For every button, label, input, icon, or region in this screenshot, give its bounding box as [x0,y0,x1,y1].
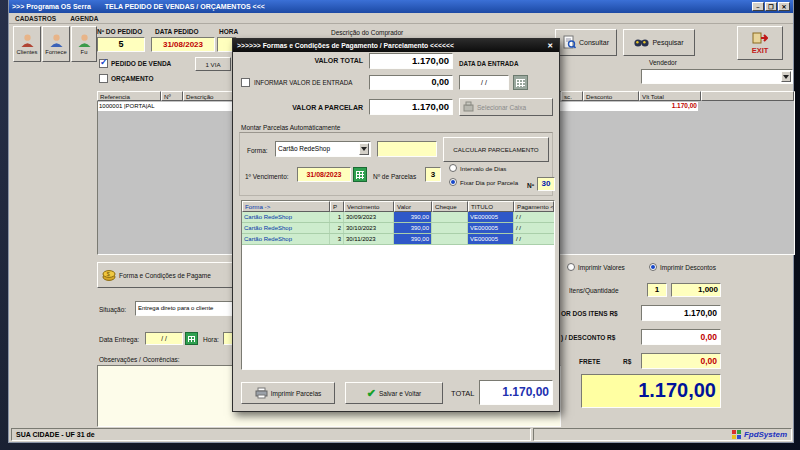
menu-agenda[interactable]: AGENDA [70,15,98,22]
chevron-down-icon[interactable] [359,143,369,155]
radio-selected-icon [649,263,657,271]
funcionarios-button[interactable]: Fu [71,26,97,62]
fixar-dia-radio[interactable]: Fixar Dia por Parcela [449,178,518,186]
exit-button[interactable]: EXIT [737,26,783,60]
pedido-venda-checkbox[interactable]: PEDIDO DE VENDA [99,59,171,68]
desconto-field[interactable]: 0,00 [641,329,721,345]
col-referencia[interactable]: Referencia [97,91,161,101]
forma-condicoes-button[interactable]: $ Forma e Condições de Pagame [97,262,239,288]
col-forma[interactable]: Forma -> [242,201,330,212]
valor-total-label: VALOR TOTAL [239,57,363,64]
quantidade-field[interactable]: 1,000 [671,283,721,297]
radio-selected-icon [449,178,457,186]
calcular-parcelamento-button[interactable]: CALCULAR PARCELAMENTO [443,137,549,162]
table-row[interactable]: Cartão RedeShop 3 30/11/2023 390,00 VE00… [242,234,554,245]
itens-field[interactable]: 1 [647,283,667,297]
valor-itens-field[interactable]: 1.170,00 [641,305,721,321]
table-row[interactable]: Cartão RedeShop 2 30/10/2023 390,00 VE00… [242,223,554,234]
valor-total-field: 1.170,00 [369,53,453,69]
item-row-total[interactable]: 1.170,00 [639,102,697,109]
data-pedido-field[interactable]: 31/08/2023 [151,37,215,52]
clientes-button[interactable]: Clientes [13,26,41,62]
col-p[interactable]: P [330,201,344,212]
calendar-icon[interactable] [185,332,198,345]
vendedor-label: Vendedor [649,59,677,66]
main-titlebar[interactable]: >>> Programa OS Serra TELA PEDIDO DE VEN… [9,0,793,13]
vendedor-combo[interactable] [641,69,793,84]
frete-field[interactable]: 0,00 [641,353,721,369]
menubar: CADASTROS AGENDA [9,13,793,24]
desconto-label: ) / DESCONTO R$ [561,334,615,341]
maximize-icon[interactable]: ❐ [765,2,777,11]
total-geral-field: 1.170,00 [581,374,721,408]
col-vlt-total[interactable]: Vlt Total [639,91,701,101]
fornecedores-button[interactable]: Fornece [42,26,70,62]
data-entrada-field[interactable]: / / [459,75,509,90]
montar-parcelas-label: Montar Parcelas Automáticamente [241,124,340,131]
checkbox-empty-icon [99,74,108,83]
col-sc[interactable]: sc. [561,91,583,101]
pedido-field[interactable]: 5 [97,37,145,52]
forma-extra-field[interactable] [377,141,437,157]
parcelas-grid[interactable]: Forma -> P Vencimento Valor Cheque TITUL… [241,200,555,370]
valor-parcelar-field: 1.170,00 [369,99,453,115]
total-label: TOTAL [451,389,474,398]
dialog-titlebar[interactable]: >>>>>> Formas e Condições de Pagamento /… [233,39,559,52]
situacao-combo[interactable]: Entrega direto para o cliente [135,301,241,316]
imprimir-parcelas-button[interactable]: Imprimir Parcelas [241,382,335,404]
entrada-valor-field[interactable]: 0,00 [369,75,453,90]
col-numero[interactable]: Nº [161,91,183,101]
col-titulo[interactable]: TITULO [468,201,514,212]
intervalo-dias-radio[interactable]: Intervalo de Dias [449,164,506,172]
col-valor[interactable]: Valor [394,201,432,212]
col-pagamento[interactable]: Pagamento < [514,201,554,212]
app-title: >>> Programa OS Serra [12,3,91,10]
calendar-disabled-icon [513,75,528,90]
dialog-close-icon[interactable]: ✕ [545,42,555,50]
checkbox-checked-icon [99,59,108,68]
col-vencimento[interactable]: Vencimento [344,201,394,212]
item-row-text[interactable]: 1000001 |PORTA|AL [99,103,155,109]
brand-logo-icon [732,430,741,439]
col-cheque[interactable]: Cheque [432,201,468,212]
radio-icon [567,263,575,271]
statusbar-brand: FpdSystem [533,428,792,441]
pesquisar-button[interactable]: Pesquisar [623,29,695,56]
forma-label: Forma: [247,147,268,154]
num-parcelas-field[interactable]: 3 [425,167,441,182]
forma-combo[interactable]: Cartão RedeShop [275,141,371,157]
person-icon [20,34,35,48]
num-parcelas-label: Nº de Parcelas [373,173,416,180]
salvar-voltar-button[interactable]: ✔ Salvar e Voltar [345,382,443,404]
vencimento-label: 1º Vencimento: [245,173,289,180]
binoculars-icon [634,36,649,49]
menu-cadastros[interactable]: CADASTROS [15,15,56,22]
window-controls: – ❐ ✕ [751,2,790,11]
data-entrada-label: DATA DA ENTRADA [459,60,518,67]
itens-quantidade-label: Itens/Quantidade [569,287,619,294]
imprimir-valores-radio[interactable]: Imprimir Valores [567,263,625,271]
check-icon: ✔ [367,388,376,398]
calendar-icon[interactable] [353,167,367,182]
data-entrega-field[interactable]: / / [145,332,183,345]
data-pedido-label: DATA PEDIDO [155,28,199,35]
printer-icon [255,387,268,400]
imprimir-descontos-radio[interactable]: Imprimir Descontos [649,263,716,271]
data-entrega-label: Data Entrega: [99,336,139,343]
numero-dia-field[interactable]: 30 [537,177,555,191]
table-row[interactable]: Cartão RedeShop 1 30/09/2023 390,00 VE00… [242,212,554,223]
via1-button[interactable]: 1 VIA [195,57,231,71]
observacoes-label: Observações / Ocorrências: [99,356,180,363]
close-icon[interactable]: ✕ [778,2,790,11]
col-desconto[interactable]: Desconto [583,91,639,101]
informar-entrada-checkbox[interactable]: INFORMAR VALOR DE ENTRADA [241,78,353,87]
minimize-icon[interactable]: – [752,2,764,11]
vencimento-field[interactable]: 31/08/2023 [297,167,351,182]
chevron-down-icon[interactable] [781,71,791,82]
person-icon [77,34,92,48]
exit-door-icon [752,32,768,45]
toolbar-label: Fornece [45,49,66,55]
orcamento-checkbox[interactable]: ORÇAMENTO [99,74,154,83]
toolbar-label: Clientes [17,49,38,55]
consultar-button[interactable]: Consultar [555,29,617,56]
